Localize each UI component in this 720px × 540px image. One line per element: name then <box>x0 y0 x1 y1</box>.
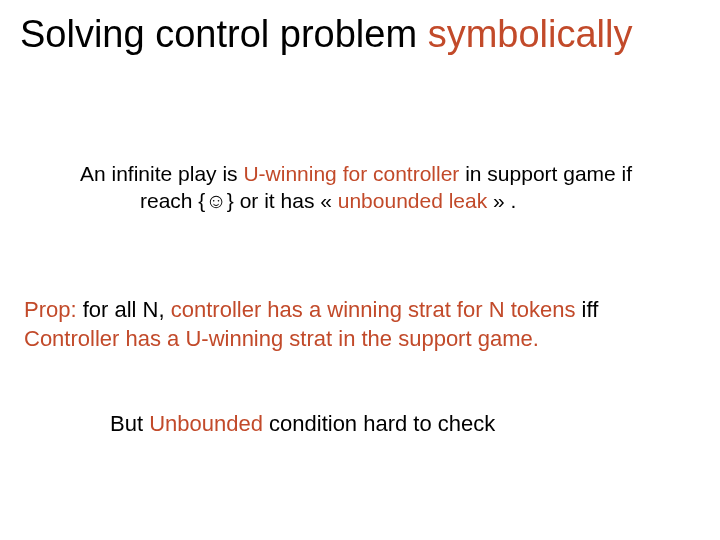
p2-prop: Prop: <box>24 297 83 322</box>
p1-l2-a: reach { <box>140 189 205 212</box>
p2-iff: iff <box>582 297 599 322</box>
p1-l2-b: } or it has « <box>227 189 338 212</box>
title-accent: symbolically <box>428 13 633 55</box>
p3-unbounded: Unbounded <box>149 411 263 436</box>
remark-paragraph: But Unbounded condition hard to check <box>110 410 660 439</box>
p2-line2: Controller has a U-winning strat in the … <box>24 326 539 351</box>
smile-icon: ☺ <box>205 189 226 212</box>
p1-uwinning: U-winning for controller <box>243 162 459 185</box>
p3-a: But <box>110 411 149 436</box>
p1-l2-c: » . <box>487 189 516 212</box>
slide: Solving control problem symbolically An … <box>0 0 720 540</box>
p1-text-a: An infinite play is <box>80 162 243 185</box>
proposition-paragraph: Prop: for all N, controller has a winnin… <box>24 296 660 353</box>
title-plain: Solving control problem <box>20 13 428 55</box>
p1-line2: reach {☺} or it has « unbounded leak » . <box>80 187 660 214</box>
definition-paragraph: An infinite play is U-winning for contro… <box>80 160 660 215</box>
p2-forall: for all N, <box>83 297 171 322</box>
slide-title: Solving control problem symbolically <box>20 14 700 56</box>
p1-text-b: in support game if <box>459 162 632 185</box>
p3-b: condition hard to check <box>263 411 495 436</box>
p1-unbounded-leak: unbounded leak <box>338 189 487 212</box>
p2-c: controller has a winning strat for N tok… <box>171 297 582 322</box>
